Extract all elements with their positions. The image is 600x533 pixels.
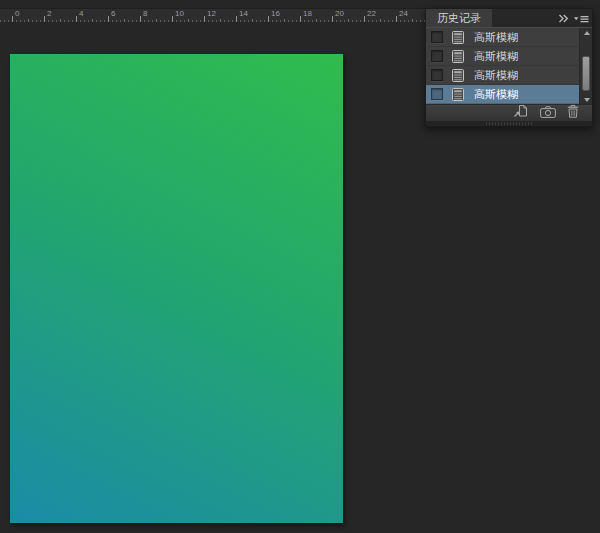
canvas[interactable] <box>10 54 343 523</box>
ruler-number: 6 <box>111 9 115 18</box>
camera-icon <box>540 104 556 122</box>
history-panel-tab[interactable]: 历史记录 <box>426 9 492 27</box>
ruler-number: 12 <box>207 9 216 18</box>
history-scrollbar[interactable] <box>579 28 592 104</box>
page-with-arrow-icon <box>513 104 529 122</box>
trash-icon <box>567 104 579 122</box>
history-state-label: 高斯模糊 <box>474 30 518 45</box>
photoshop-workspace: 024681012141618202224 历史记录 <box>0 0 600 533</box>
double-chevron-right-icon <box>558 9 569 27</box>
history-source-checkbox[interactable] <box>431 31 443 43</box>
history-source-checkbox[interactable] <box>431 69 443 81</box>
scrollbar-thumb[interactable] <box>582 56 590 91</box>
history-state-label: 高斯模糊 <box>474 49 518 64</box>
collapse-to-icons-button[interactable] <box>558 9 569 27</box>
ruler-number: 24 <box>399 9 408 18</box>
panel-menu-icon <box>574 9 589 27</box>
scrollbar-down-icon[interactable] <box>580 95 592 104</box>
history-source-checkbox[interactable] <box>431 88 443 100</box>
history-row[interactable]: 高斯模糊 <box>426 66 592 85</box>
history-state-label: 高斯模糊 <box>474 87 518 102</box>
scrollbar-up-icon[interactable] <box>580 28 592 37</box>
new-document-from-state-button[interactable] <box>513 104 529 122</box>
history-state-icon <box>452 31 464 44</box>
history-row[interactable]: 高斯模糊 <box>426 28 592 47</box>
ruler-number: 22 <box>367 9 376 18</box>
grip-texture-icon <box>486 122 532 125</box>
ruler-number: 16 <box>271 9 280 18</box>
ruler-number: 4 <box>79 9 83 18</box>
history-state-label: 高斯模糊 <box>474 68 518 83</box>
delete-state-button[interactable] <box>567 104 579 122</box>
history-state-icon <box>452 50 464 63</box>
history-row[interactable]: 高斯模糊 <box>426 47 592 66</box>
ruler-number: 18 <box>303 9 312 18</box>
ruler-number: 2 <box>47 9 51 18</box>
history-source-checkbox[interactable] <box>431 50 443 62</box>
panel-menu-button[interactable] <box>574 9 589 27</box>
ruler-number: 10 <box>175 9 184 18</box>
ruler-number: 20 <box>335 9 344 18</box>
horizontal-ruler[interactable]: 024681012141618202224 <box>0 8 426 22</box>
history-list: 高斯模糊 高斯模糊 高斯模糊 <box>426 27 592 104</box>
new-snapshot-button[interactable] <box>540 104 556 122</box>
history-row[interactable]: 高斯模糊 <box>426 85 592 104</box>
history-state-icon <box>452 88 464 101</box>
history-panel: 历史记录 <box>425 8 593 127</box>
history-panel-header: 历史记录 <box>426 9 592 27</box>
history-state-icon <box>452 69 464 82</box>
ruler-number: 8 <box>143 9 147 18</box>
ruler-number: 14 <box>239 9 248 18</box>
history-panel-footer <box>426 104 592 121</box>
ruler-number: 0 <box>15 9 19 18</box>
